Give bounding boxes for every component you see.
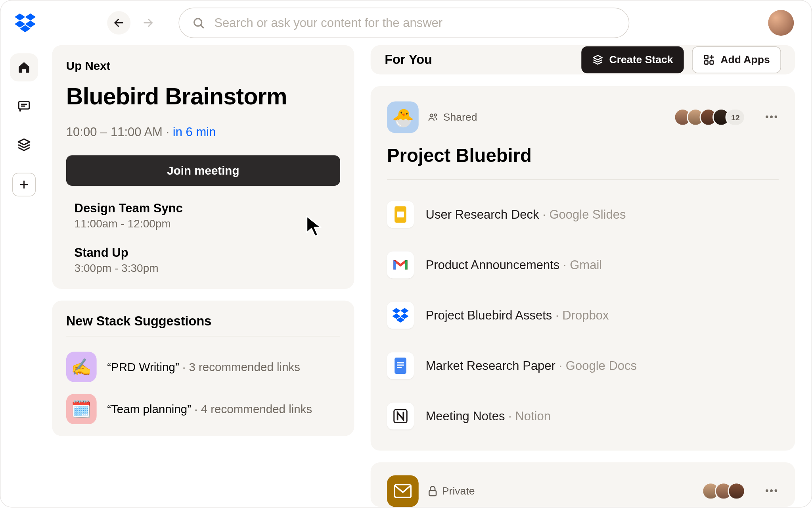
project-card: 🐣 Shared 12 ••• [371,86,795,450]
apps-icon [703,54,715,66]
member-avatars[interactable] [707,482,745,500]
nav-forward-button [136,11,160,35]
add-apps-button[interactable]: Add Apps [692,46,781,73]
svg-marker-30 [392,308,400,314]
stack-icon [592,54,603,66]
svg-rect-37 [397,364,404,366]
file-item[interactable]: User Research Deck · Google Slides [387,189,779,240]
up-next-time: 10:00 – 11:00 AM · in 6 min [66,125,340,139]
stack-suggestion-item[interactable]: ✍️ “PRD Writing” · 3 recommended links [66,346,340,388]
sidebar-stacks[interactable] [10,131,38,159]
dropbox-logo[interactable] [11,13,39,32]
lock-icon [428,486,437,496]
more-menu-button[interactable]: ••• [765,112,779,123]
search-bar[interactable] [178,8,629,38]
up-next-label: Up Next [66,59,340,73]
svg-rect-24 [397,212,404,217]
svg-point-21 [430,114,433,117]
project-emoji: 🐣 [387,101,419,133]
svg-rect-38 [397,367,402,368]
sidebar-add-button[interactable] [12,173,36,196]
svg-marker-0 [15,13,25,21]
for-you-header: For You Create Stack Add Apps [371,45,795,75]
nav-back-button[interactable] [107,11,130,35]
for-you-title: For You [385,52,573,67]
private-badge: Private [428,485,475,497]
dropbox-icon [387,302,414,329]
stack-suggestions-heading: New Stack Suggestions [66,314,340,329]
svg-rect-41 [429,491,436,496]
svg-rect-17 [705,61,708,64]
sidebar-chat[interactable] [10,92,38,120]
file-item[interactable]: Product Announcements · Gmail [387,240,779,290]
up-next-card: Up Next Bluebird Brainstorm 10:00 – 11:0… [52,45,354,289]
profile-avatar[interactable] [768,10,794,36]
more-menu-button[interactable]: ••• [765,486,779,496]
sidebar-home[interactable] [10,53,38,81]
stack-suggestions-card: New Stack Suggestions ✍️ “PRD Writing” ·… [52,300,354,436]
people-icon [428,112,439,123]
file-item[interactable]: Project Bluebird Assets · Dropbox [387,290,779,341]
avatar [728,482,745,500]
svg-marker-15 [593,56,602,60]
svg-marker-1 [25,13,36,21]
docs-icon [387,352,414,379]
svg-marker-31 [400,308,409,314]
project-title: Project Bluebird [387,145,779,167]
calendar-icon: 🗓️ [66,394,97,424]
create-stack-button[interactable]: Create Stack [581,46,684,73]
member-avatars[interactable]: 12 [679,108,745,126]
join-meeting-button[interactable]: Join meeting [66,155,340,186]
svg-rect-18 [710,61,713,64]
svg-marker-12 [18,139,30,144]
stack-suggestion-item[interactable]: 🗓️ “Team planning” · 4 recommended links [66,388,340,430]
event-item[interactable]: Stand Up 3:00pm - 3:30pm [66,246,340,275]
search-icon [192,16,205,29]
svg-rect-16 [705,56,708,59]
search-input[interactable] [214,16,616,30]
up-next-title: Bluebird Brainstorm [66,83,340,110]
notion-icon [387,402,414,429]
slides-icon [387,201,414,228]
svg-rect-36 [397,362,404,364]
mail-icon [387,475,419,507]
private-card: Private ••• [371,462,795,507]
file-item[interactable]: Market Research Paper · Google Docs [387,341,779,391]
avatar-overflow-count: 12 [726,108,745,126]
file-item[interactable]: Meeting Notes · Notion [387,391,779,441]
gmail-icon [387,251,414,278]
writing-icon: ✍️ [66,352,97,382]
svg-point-22 [434,114,437,116]
svg-rect-9 [19,101,29,109]
svg-line-8 [201,25,203,28]
event-item[interactable]: Design Team Sync 11:00am - 12:00pm [66,201,340,230]
shared-badge: Shared [428,111,477,123]
